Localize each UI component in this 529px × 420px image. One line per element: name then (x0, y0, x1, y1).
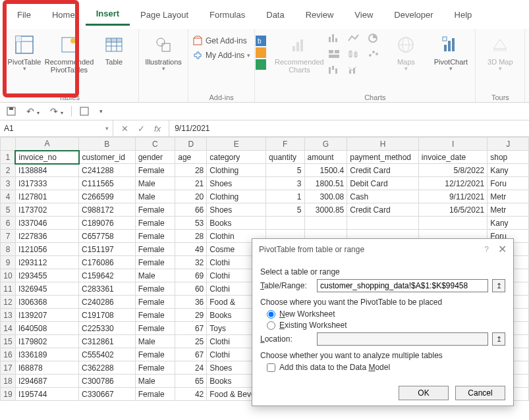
illustrations-button[interactable]: Illustrations ▾ (143, 32, 184, 72)
cell[interactable]: Male (135, 177, 175, 190)
cell[interactable]: 12/12/2021 (418, 177, 487, 190)
cell[interactable]: I326945 (15, 282, 78, 296)
col-header[interactable]: J (487, 138, 529, 151)
row-header[interactable]: 8 (1, 243, 16, 256)
combo-chart-icon[interactable] (346, 63, 362, 76)
cell[interactable]: Female (135, 388, 175, 401)
row-header[interactable]: 7 (1, 230, 16, 243)
cell[interactable]: I317333 (15, 177, 78, 190)
cell[interactable]: I121056 (15, 243, 78, 256)
recommended-pivottables-button[interactable]: Recommended PivotTables (49, 32, 90, 74)
cell[interactable]: Female (135, 282, 175, 296)
cell[interactable]: invoice_date (418, 151, 487, 164)
cell[interactable]: customer_id (79, 151, 136, 164)
cell[interactable]: I173702 (15, 203, 78, 217)
row-header[interactable]: 13 (1, 309, 16, 322)
cell[interactable]: Credit Card (347, 203, 419, 217)
cell[interactable]: Books (207, 217, 266, 230)
cell[interactable]: I293112 (15, 256, 78, 269)
cell[interactable]: C657758 (79, 230, 136, 243)
cell[interactable]: 20 (175, 190, 207, 203)
cancel-button[interactable]: Cancel (455, 386, 505, 400)
cell[interactable]: age (175, 151, 207, 164)
cell[interactable]: Female (135, 217, 175, 230)
cell[interactable]: 21 (175, 177, 207, 190)
pivotchart-button[interactable]: PivotChart ▾ (430, 32, 471, 72)
cell[interactable]: 300.08 (304, 190, 347, 203)
cell[interactable]: I138884 (15, 164, 78, 177)
new-worksheet-radio[interactable] (267, 310, 275, 319)
cell[interactable]: 5 (266, 203, 304, 217)
cell[interactable]: C111565 (79, 177, 136, 190)
row-header[interactable]: 12 (1, 296, 16, 309)
get-addins-button[interactable]: Get Add-ins (192, 36, 247, 46)
cell[interactable]: gender (135, 151, 175, 164)
col-header[interactable]: F (266, 138, 304, 151)
redo-button[interactable]: ↷ ▾ (47, 105, 66, 118)
cell[interactable]: category (207, 151, 266, 164)
cell[interactable]: C240286 (79, 296, 136, 309)
cell[interactable]: C189076 (79, 217, 136, 230)
row-header[interactable]: 1 (1, 151, 16, 164)
cell[interactable]: 3 (266, 177, 304, 190)
row-header[interactable]: 18 (1, 375, 16, 388)
cell[interactable]: 3000.85 (304, 203, 347, 217)
pie-chart-icon[interactable] (366, 32, 381, 45)
cell[interactable]: I139207 (15, 309, 78, 322)
cell[interactable]: C988172 (79, 203, 136, 217)
cell[interactable]: Male (135, 190, 175, 203)
row-header[interactable]: 2 (1, 164, 16, 177)
cell[interactable]: I294687 (15, 375, 78, 388)
cell[interactable]: Female (135, 361, 175, 375)
select-all-corner[interactable] (1, 138, 16, 151)
table-row[interactable]: 5 I173702 C988172 Female 66 Shoes 5 3000… (1, 203, 529, 217)
row-header[interactable]: 4 (1, 190, 16, 203)
cell[interactable]: Female (135, 230, 175, 243)
waterfall-chart-icon[interactable] (326, 63, 342, 76)
undo-button[interactable]: ↶ ▾ (24, 105, 42, 118)
table-row[interactable]: 3 I317333 C111565 Male 21 Shoes 3 1800.5… (1, 177, 529, 190)
data-model-checkbox[interactable] (267, 363, 275, 372)
cell[interactable]: Cash (347, 190, 419, 203)
pivottable-button[interactable]: PivotTable ▾ (4, 32, 45, 72)
col-header[interactable]: C (135, 138, 175, 151)
tab-view[interactable]: View (344, 5, 383, 25)
column-chart-icon[interactable] (326, 32, 342, 45)
cell[interactable]: I127801 (15, 190, 78, 203)
enter-formula-icon[interactable]: ✓ (138, 124, 145, 134)
cell[interactable]: Female (135, 164, 175, 177)
col-header[interactable]: H (347, 138, 419, 151)
cell[interactable]: C225330 (79, 322, 136, 335)
tab-page-layout[interactable]: Page Layout (130, 5, 199, 25)
help-icon[interactable]: ? (484, 245, 489, 254)
cell[interactable]: 67 (175, 322, 207, 335)
hierarchy-chart-icon[interactable] (326, 47, 342, 61)
cell[interactable]: 65 (175, 375, 207, 388)
ok-button[interactable]: OK (399, 386, 449, 400)
cell[interactable]: Male (135, 375, 175, 388)
cancel-formula-icon[interactable]: ✕ (121, 124, 128, 134)
cell[interactable]: Female (135, 309, 175, 322)
table-range-input[interactable] (317, 279, 488, 292)
cell[interactable]: Kany (487, 164, 529, 177)
name-box[interactable]: A1 ▾ (0, 120, 113, 136)
cell[interactable]: C266599 (79, 190, 136, 203)
cell[interactable]: C176086 (79, 256, 136, 269)
cell[interactable] (418, 217, 487, 230)
row-header[interactable]: 14 (1, 322, 16, 335)
col-header[interactable]: G (304, 138, 347, 151)
table-row[interactable]: 6 I337046 C189076 Female 53 Books Kany (1, 217, 529, 230)
cell[interactable]: invoice_no (15, 151, 78, 164)
cell[interactable]: quantity (266, 151, 304, 164)
cell[interactable]: 53 (175, 217, 207, 230)
bing-maps-icon[interactable]: b (256, 36, 266, 46)
tab-insert[interactable]: Insert (86, 3, 130, 26)
row-header[interactable]: 10 (1, 269, 16, 282)
tab-help[interactable]: Help (444, 5, 483, 25)
cell[interactable]: 60 (175, 282, 207, 296)
cell[interactable]: shop (487, 151, 529, 164)
cell[interactable]: 5 (266, 164, 304, 177)
fx-icon[interactable]: fx (154, 124, 161, 134)
cell[interactable]: I195744 (15, 388, 78, 401)
col-header[interactable]: A (15, 138, 78, 151)
